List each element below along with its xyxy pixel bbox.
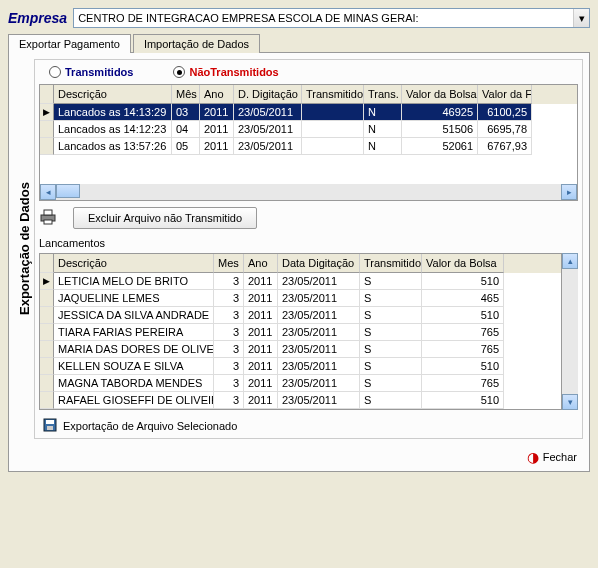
table-row[interactable]: Lancados as 14:12:2304201123/05/2011N515…	[40, 121, 577, 138]
row-indicator-header	[40, 254, 54, 273]
cell-descricao: TIARA FARIAS PEREIRA	[54, 324, 214, 341]
radio-nao-transmitidos[interactable]: NãoTransmitidos	[173, 66, 278, 78]
cell-data-dig: 23/05/2011	[278, 392, 360, 409]
col2-descricao[interactable]: Descrição	[54, 254, 214, 273]
cell-mes: 3	[214, 324, 244, 341]
cell-ano: 2011	[244, 307, 278, 324]
col-descricao[interactable]: Descrição	[54, 85, 172, 104]
table-row[interactable]: TIARA FARIAS PEREIRA3201123/05/2011S765	[40, 324, 561, 341]
table-row[interactable]: Lancados as 13:57:2605201123/05/2011N520…	[40, 138, 577, 155]
cell-valor: 510	[422, 392, 504, 409]
horizontal-scrollbar[interactable]: ◂ ▸	[40, 184, 577, 200]
tab-importacao-dados[interactable]: Importação de Dados	[133, 34, 260, 53]
cell-mes: 3	[214, 375, 244, 392]
col2-transmitido[interactable]: Transmitido	[360, 254, 422, 273]
dropdown-icon[interactable]: ▾	[573, 9, 589, 27]
cell-ddig: 23/05/2011	[234, 138, 302, 155]
cell-transmitido	[302, 138, 364, 155]
tab-exportar-pagamento[interactable]: Exportar Pagamento	[8, 34, 131, 53]
svg-rect-5	[47, 426, 53, 430]
cell-valor-bolsa: 52061	[402, 138, 478, 155]
scroll-down-icon[interactable]: ▾	[562, 394, 578, 410]
cell-valor: 765	[422, 324, 504, 341]
cell-descricao: RAFAEL GIOSEFFI DE OLIVEIR/	[54, 392, 214, 409]
cell-trans: N	[364, 104, 402, 121]
cell-trans: S	[360, 307, 422, 324]
col2-valor-bolsa[interactable]: Valor da Bolsa	[422, 254, 504, 273]
print-icon[interactable]	[39, 209, 57, 228]
cell-mes: 3	[214, 358, 244, 375]
cell-trans: S	[360, 324, 422, 341]
cell-valor-bolsa: 51506	[402, 121, 478, 138]
row-indicator: ▶	[40, 273, 54, 290]
cell-valor: 765	[422, 341, 504, 358]
cell-valor: 465	[422, 290, 504, 307]
col-ddigitacao[interactable]: D. Digitação	[234, 85, 302, 104]
col-ano[interactable]: Ano	[200, 85, 234, 104]
col-mes[interactable]: Mês	[172, 85, 200, 104]
cell-valor: 510	[422, 358, 504, 375]
cell-mes: 05	[172, 138, 200, 155]
svg-rect-4	[46, 420, 54, 424]
arquivo-grid[interactable]: Descrição Mês Ano D. Digitação Transmiti…	[39, 84, 578, 201]
cell-trans: N	[364, 121, 402, 138]
cell-trans: S	[360, 273, 422, 290]
cell-valor-bolsa: 46925	[402, 104, 478, 121]
col2-mes[interactable]: Mes	[214, 254, 244, 273]
radio-label-transmitidos: Transmitidos	[65, 66, 133, 78]
row-indicator	[40, 307, 54, 324]
cell-descricao: JESSICA DA SILVA ANDRADE N	[54, 307, 214, 324]
cell-valor-r: 6767,93	[478, 138, 532, 155]
cell-ddig: 23/05/2011	[234, 104, 302, 121]
cell-transmitido	[302, 121, 364, 138]
cell-trans: S	[360, 392, 422, 409]
cell-ano: 2011	[244, 290, 278, 307]
col-valor-bolsa[interactable]: Valor da Bolsa	[402, 85, 478, 104]
radio-transmitidos[interactable]: Transmitidos	[49, 66, 133, 78]
svg-rect-1	[44, 210, 52, 215]
scroll-thumb[interactable]	[56, 184, 80, 198]
table-row[interactable]: JAQUELINE LEMES3201123/05/2011S465	[40, 290, 561, 307]
table-row[interactable]: MARIA DAS DORES DE OLIVEIF3201123/05/201…	[40, 341, 561, 358]
table-row[interactable]: RAFAEL GIOSEFFI DE OLIVEIR/3201123/05/20…	[40, 392, 561, 409]
table-row[interactable]: MAGNA TABORDA MENDES3201123/05/2011S765	[40, 375, 561, 392]
scroll-left-icon[interactable]: ◂	[40, 184, 56, 200]
excluir-button[interactable]: Excluir Arquivo não Transmitido	[73, 207, 257, 229]
table-row[interactable]: ▶Lancados as 14:13:2903201123/05/2011N46…	[40, 104, 577, 121]
cell-ano: 2011	[244, 375, 278, 392]
col-trans[interactable]: Trans.	[364, 85, 402, 104]
empresa-select[interactable]: CENTRO DE INTEGRACAO EMPRESA ESCOLA DE M…	[73, 8, 590, 28]
scroll-right-icon[interactable]: ▸	[561, 184, 577, 200]
cell-valor: 510	[422, 307, 504, 324]
row-indicator-header	[40, 85, 54, 104]
radio-label-nao-transmitidos: NãoTransmitidos	[189, 66, 278, 78]
cell-ano: 2011	[244, 273, 278, 290]
empresa-select-value: CENTRO DE INTEGRACAO EMPRESA ESCOLA DE M…	[74, 12, 573, 24]
vertical-scrollbar[interactable]: ▴ ▾	[562, 253, 578, 410]
row-indicator	[40, 121, 54, 138]
row-indicator	[40, 358, 54, 375]
table-row[interactable]: KELLEN SOUZA E SILVA3201123/05/2011S510	[40, 358, 561, 375]
export-selected-label[interactable]: Exportação de Arquivo Selecionado	[63, 420, 237, 432]
row-indicator	[40, 375, 54, 392]
svg-rect-2	[44, 220, 52, 224]
cell-descricao: KELLEN SOUZA E SILVA	[54, 358, 214, 375]
close-button[interactable]: Fechar	[543, 451, 577, 463]
scroll-track[interactable]	[56, 184, 561, 200]
save-icon[interactable]	[43, 418, 57, 434]
lancamentos-grid[interactable]: Descrição Mes Ano Data Digitação Transmi…	[39, 253, 562, 410]
sidebar-title: Exportação de Dados	[15, 59, 34, 439]
row-indicator: ▶	[40, 104, 54, 121]
row-indicator	[40, 341, 54, 358]
table-row[interactable]: ▶LETICIA MELO DE BRITO3201123/05/2011S51…	[40, 273, 561, 290]
cell-descricao: Lancados as 14:13:29	[54, 104, 172, 121]
cell-trans: S	[360, 375, 422, 392]
col-transmitido[interactable]: Transmitido	[302, 85, 364, 104]
cell-trans: S	[360, 341, 422, 358]
col-valor-r[interactable]: Valor da F	[478, 85, 532, 104]
close-icon[interactable]: ◑	[527, 449, 539, 465]
scroll-up-icon[interactable]: ▴	[562, 253, 578, 269]
col2-data-dig[interactable]: Data Digitação	[278, 254, 360, 273]
table-row[interactable]: JESSICA DA SILVA ANDRADE N3201123/05/201…	[40, 307, 561, 324]
col2-ano[interactable]: Ano	[244, 254, 278, 273]
